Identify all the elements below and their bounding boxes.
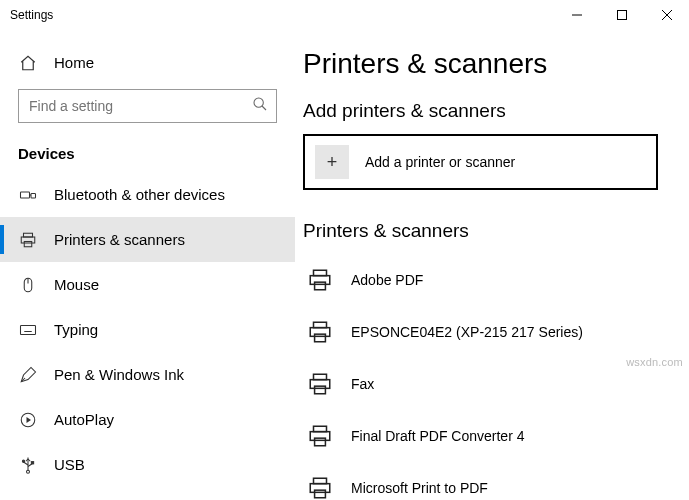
svg-rect-33 xyxy=(314,374,327,379)
printer-label: Final Draft PDF Converter 4 xyxy=(351,428,525,444)
printers-section-header: Printers & scanners xyxy=(303,220,659,242)
printer-label: Adobe PDF xyxy=(351,272,423,288)
svg-marker-22 xyxy=(27,417,32,423)
svg-rect-41 xyxy=(315,490,326,498)
svg-rect-34 xyxy=(310,380,330,389)
sidebar-item-mouse[interactable]: Mouse xyxy=(0,262,295,307)
minimize-button[interactable] xyxy=(554,0,599,30)
sidebar-item-label: Pen & Windows Ink xyxy=(54,366,184,383)
autoplay-icon xyxy=(18,410,38,430)
svg-point-4 xyxy=(254,98,263,107)
svg-rect-35 xyxy=(315,386,326,394)
svg-rect-38 xyxy=(315,438,326,446)
printer-item[interactable]: Final Draft PDF Converter 4 xyxy=(303,410,659,462)
category-header: Devices xyxy=(0,133,295,172)
svg-rect-7 xyxy=(31,193,36,198)
usb-icon xyxy=(18,455,38,475)
svg-rect-31 xyxy=(310,328,330,337)
svg-rect-10 xyxy=(21,237,35,243)
watermark: wsxdn.com xyxy=(626,356,683,368)
svg-rect-14 xyxy=(21,325,36,334)
svg-rect-32 xyxy=(315,334,326,342)
printer-icon xyxy=(18,230,38,250)
printer-item[interactable]: Adobe PDF xyxy=(303,254,659,306)
add-section-header: Add printers & scanners xyxy=(303,100,659,122)
printer-item[interactable]: EPSONCE04E2 (XP-215 217 Series) xyxy=(303,306,659,358)
home-nav[interactable]: Home xyxy=(0,40,295,85)
pen-icon xyxy=(18,365,38,385)
close-button[interactable] xyxy=(644,0,689,30)
add-printer-button[interactable]: + Add a printer or scanner xyxy=(303,134,658,190)
keyboard-icon xyxy=(18,320,38,340)
svg-rect-11 xyxy=(24,241,32,246)
sidebar-item-label: Mouse xyxy=(54,276,99,293)
search-input[interactable] xyxy=(27,97,252,115)
sidebar: Home Devices Bluetooth & other devicesPr… xyxy=(0,30,295,500)
svg-rect-6 xyxy=(21,192,30,198)
sidebar-item-pen[interactable]: Pen & Windows Ink xyxy=(0,352,295,397)
home-icon xyxy=(18,53,38,73)
printer-item[interactable]: Fax xyxy=(303,358,659,410)
main-panel: Printers & scanners Add printers & scann… xyxy=(295,30,689,500)
svg-rect-29 xyxy=(315,282,326,290)
sidebar-item-label: USB xyxy=(54,456,85,473)
search-box[interactable] xyxy=(18,89,277,123)
maximize-button[interactable] xyxy=(599,0,644,30)
printer-icon xyxy=(303,475,337,500)
printer-label: Fax xyxy=(351,376,374,392)
svg-rect-36 xyxy=(314,426,327,431)
window-title: Settings xyxy=(10,8,53,22)
sidebar-item-usb[interactable]: USB xyxy=(0,442,295,487)
svg-rect-1 xyxy=(617,11,626,20)
svg-rect-27 xyxy=(314,270,327,275)
svg-rect-30 xyxy=(314,322,327,327)
printer-icon xyxy=(303,267,337,293)
svg-rect-9 xyxy=(24,233,33,237)
bluetooth-icon xyxy=(18,185,38,205)
titlebar: Settings xyxy=(0,0,689,30)
sidebar-item-bluetooth[interactable]: Bluetooth & other devices xyxy=(0,172,295,217)
sidebar-item-label: Printers & scanners xyxy=(54,231,185,248)
home-label: Home xyxy=(54,54,94,71)
printer-icon xyxy=(303,319,337,345)
svg-rect-40 xyxy=(310,484,330,493)
printer-icon xyxy=(303,423,337,449)
svg-rect-39 xyxy=(314,478,327,483)
page-title: Printers & scanners xyxy=(303,48,659,80)
svg-rect-26 xyxy=(31,461,33,463)
svg-rect-28 xyxy=(310,276,330,285)
printer-item[interactable]: Microsoft Print to PDF xyxy=(303,462,659,500)
add-printer-label: Add a printer or scanner xyxy=(365,154,515,170)
sidebar-item-autoplay[interactable]: AutoPlay xyxy=(0,397,295,442)
svg-point-25 xyxy=(22,460,24,462)
printer-label: Microsoft Print to PDF xyxy=(351,480,488,496)
printer-label: EPSONCE04E2 (XP-215 217 Series) xyxy=(351,324,583,340)
sidebar-item-label: Bluetooth & other devices xyxy=(54,186,225,203)
sidebar-item-keyboard[interactable]: Typing xyxy=(0,307,295,352)
mouse-icon xyxy=(18,275,38,295)
search-icon xyxy=(252,96,268,116)
svg-line-5 xyxy=(262,106,266,110)
plus-icon: + xyxy=(315,145,349,179)
svg-point-24 xyxy=(27,470,30,473)
printer-icon xyxy=(303,371,337,397)
sidebar-item-printer[interactable]: Printers & scanners xyxy=(0,217,295,262)
svg-rect-37 xyxy=(310,432,330,441)
sidebar-item-label: Typing xyxy=(54,321,98,338)
sidebar-item-label: AutoPlay xyxy=(54,411,114,428)
